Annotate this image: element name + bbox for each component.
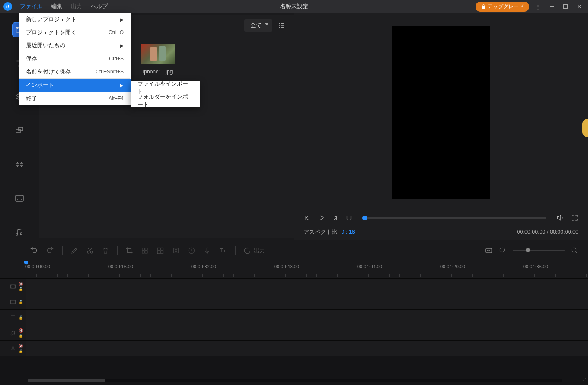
zoom-in-button[interactable] xyxy=(571,247,578,255)
scrollbar-thumb[interactable] xyxy=(28,379,105,382)
menu-exit[interactable]: 終了 Alt+F4 xyxy=(19,92,131,105)
preview-info: アスペクト比 9 : 16 00:00:00.00 / 00:00:00.00 xyxy=(304,224,578,237)
rail-transition[interactable] xyxy=(12,157,27,172)
lock-icon[interactable]: 🔒 xyxy=(19,334,23,338)
rail-audio[interactable] xyxy=(12,225,27,239)
lock-icon[interactable]: 🔒 xyxy=(19,287,23,291)
freeze-button[interactable] xyxy=(172,247,180,255)
media-item[interactable]: iphone11.jpg xyxy=(141,44,175,75)
mute-icon[interactable]: 🔇 xyxy=(19,328,23,333)
lock-icon[interactable]: 🔒 xyxy=(19,300,23,304)
track-video-2[interactable]: 🔒 xyxy=(0,294,588,310)
svg-rect-20 xyxy=(161,251,163,253)
track-head[interactable]: 🔇🔒 xyxy=(0,279,26,294)
cut-button[interactable] xyxy=(86,247,94,255)
menu-open-project[interactable]: プロジェクトを開く Ctrl+O xyxy=(19,26,131,39)
export-button[interactable]: 出力 xyxy=(243,247,265,255)
more-button[interactable]: ⋮ xyxy=(533,1,543,12)
time-tick-label: 00:01:20.00 xyxy=(440,264,465,269)
playhead[interactable] xyxy=(26,261,26,369)
svg-rect-36 xyxy=(12,346,14,349)
menu-save-as-label: 名前を付けて保存 xyxy=(26,68,71,76)
menu-save[interactable]: 保存 Ctrl+S xyxy=(19,52,131,65)
track-head[interactable]: 🔒 xyxy=(0,294,26,309)
track-head[interactable]: 🔒 xyxy=(0,310,26,325)
import-submenu: ファイルをインポート フォルダーをインポート xyxy=(131,81,200,107)
svg-rect-22 xyxy=(175,249,177,251)
list-view-icon[interactable] xyxy=(278,22,286,29)
next-frame-button[interactable] xyxy=(331,214,339,222)
lock-icon xyxy=(481,4,486,9)
track-video-1[interactable]: 🔇🔒 xyxy=(0,279,588,294)
submenu-import-file[interactable]: ファイルをインポート xyxy=(131,81,200,94)
crop-button[interactable] xyxy=(125,247,133,255)
media-filter-dropdown[interactable]: 全て xyxy=(244,19,272,32)
mute-icon[interactable]: 🔇 xyxy=(19,344,23,348)
prev-frame-button[interactable] xyxy=(304,214,311,222)
track-voice[interactable]: 🔇🔒 xyxy=(0,341,588,356)
svg-point-8 xyxy=(21,197,22,197)
svg-rect-13 xyxy=(142,248,144,250)
fit-button[interactable] xyxy=(484,247,493,254)
media-item-name: iphone11.jpg xyxy=(143,69,173,75)
resize-grip[interactable]: ⋰ xyxy=(581,377,586,383)
track-audio[interactable]: 🔇🔒 xyxy=(0,325,588,341)
menu-file[interactable]: ファイル xyxy=(16,0,47,13)
edit-button[interactable] xyxy=(70,247,78,255)
voice-button[interactable] xyxy=(203,247,211,255)
upgrade-button[interactable]: アップグレード xyxy=(476,2,529,12)
submenu-import-folder[interactable]: フォルダーをインポート xyxy=(131,94,200,107)
menu-import-label: インポート xyxy=(26,81,54,89)
text-tool-button[interactable] xyxy=(219,247,227,255)
volume-button[interactable] xyxy=(556,213,565,222)
svg-rect-17 xyxy=(157,248,160,250)
preview-canvas-wrap xyxy=(304,18,578,207)
svg-point-29 xyxy=(11,285,12,285)
menu-edit[interactable]: 編集 xyxy=(47,0,67,13)
menu-save-label: 保存 xyxy=(26,55,37,63)
track-text[interactable]: 🔒 xyxy=(0,310,588,325)
mosaic-button[interactable] xyxy=(141,247,149,255)
preview-seek-slider[interactable] xyxy=(362,217,546,219)
minimize-button[interactable] xyxy=(546,1,557,12)
rail-element[interactable] xyxy=(12,191,27,206)
maximize-button[interactable] xyxy=(560,1,571,12)
play-button[interactable] xyxy=(317,214,325,222)
speed-button[interactable] xyxy=(188,247,195,255)
export-label: 出力 xyxy=(254,247,265,255)
mute-icon[interactable]: 🔇 xyxy=(19,282,23,286)
redo-button[interactable] xyxy=(46,246,54,255)
aspect-ratio-value[interactable]: 9 : 16 xyxy=(341,229,355,235)
menu-save-as[interactable]: 名前を付けて保存 Ctrl+Shift+S xyxy=(19,65,131,78)
menu-output[interactable]: 出力 xyxy=(67,0,86,13)
fullscreen-button[interactable] xyxy=(571,214,578,222)
track-head[interactable]: 🔇🔒 xyxy=(0,341,26,356)
zoom-slider[interactable] xyxy=(513,250,565,251)
split-button[interactable] xyxy=(157,247,164,255)
side-panel-toggle[interactable] xyxy=(582,119,588,137)
menu-recent[interactable]: 最近開いたもの ▶ xyxy=(19,39,131,52)
upgrade-label: アップグレード xyxy=(488,3,524,10)
zoom-out-button[interactable] xyxy=(499,247,507,255)
svg-point-6 xyxy=(17,197,18,197)
delete-button[interactable] xyxy=(102,247,109,255)
aspect-ratio-label: アスペクト比 xyxy=(304,229,337,235)
file-menu-dropdown: 新しいプロジェクト ▶ プロジェクトを開く Ctrl+O 最近開いたもの ▶ 保… xyxy=(19,13,131,105)
time-ruler[interactable]: 00:00:00.0000:00:16.0000:00:32.0000:00:4… xyxy=(0,261,588,279)
lock-icon[interactable]: 🔒 xyxy=(19,349,23,353)
lock-icon[interactable]: 🔒 xyxy=(19,315,23,320)
menu-new-project[interactable]: 新しいプロジェクト ▶ xyxy=(19,13,131,26)
seek-handle[interactable] xyxy=(362,216,367,220)
rail-overlay[interactable] xyxy=(12,124,27,138)
timeline-toolbar: 出力 xyxy=(0,240,588,261)
zoom-handle[interactable] xyxy=(526,248,530,252)
film-icon xyxy=(10,283,16,290)
undo-button[interactable] xyxy=(29,246,38,255)
close-button[interactable] xyxy=(574,1,585,12)
menu-import[interactable]: インポート ▶ xyxy=(19,79,131,92)
timeline-scrollbar[interactable] xyxy=(28,379,562,382)
track-head[interactable]: 🔇🔒 xyxy=(0,325,26,340)
menu-help[interactable]: ヘルプ xyxy=(86,0,112,13)
stop-button[interactable] xyxy=(345,214,353,222)
timeline: 00:00:00.0000:00:16.0000:00:32.0000:00:4… xyxy=(0,261,588,385)
